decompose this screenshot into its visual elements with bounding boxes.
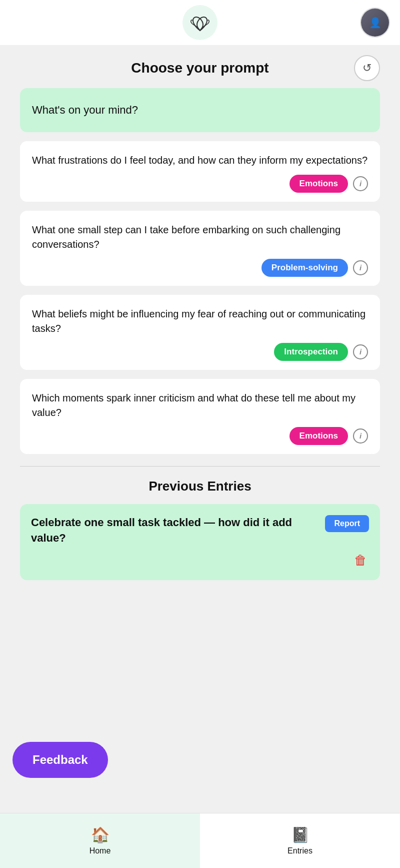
prompt-footer-1: Emotions i <box>32 175 368 193</box>
page-title: Choose your prompt <box>131 60 268 76</box>
prompt-footer-3: Introspection i <box>32 343 368 361</box>
prompt-text-4: Which moments spark inner criticism and … <box>32 391 368 420</box>
tag-introspection-3[interactable]: Introspection <box>274 343 348 361</box>
prompt-card-2[interactable]: What one small step can I take before em… <box>20 211 380 286</box>
delete-icon-1: 🗑 <box>354 553 367 568</box>
info-icon-1[interactable]: i <box>353 176 368 191</box>
info-icon-2[interactable]: i <box>353 260 368 275</box>
prompt-footer-2: Problem-solving i <box>32 259 368 277</box>
bottom-nav: 🏠 Home 📓 Entries <box>0 813 400 868</box>
home-icon: 🏠 <box>91 826 110 843</box>
prompt-text-0: What's on your mind? <box>32 104 138 116</box>
prompt-footer-4: Emotions i <box>32 427 368 445</box>
prompt-card-3[interactable]: What beliefs might be influencing my fea… <box>20 295 380 370</box>
nav-item-home[interactable]: 🏠 Home <box>0 813 200 868</box>
entries-icon: 📓 <box>291 826 310 843</box>
prompt-text-3: What beliefs might be influencing my fea… <box>32 307 368 336</box>
entry-header-1: Celebrate one small task tackled — how d… <box>31 515 369 546</box>
avatar-image: 👤 <box>361 9 389 37</box>
feedback-button[interactable]: Feedback <box>12 742 108 778</box>
report-button-1[interactable]: Report <box>325 515 369 532</box>
title-row: Choose your prompt ↺ <box>20 60 380 76</box>
nav-label-home: Home <box>90 846 111 855</box>
prompt-card-highlighted[interactable]: What's on your mind? <box>20 88 380 132</box>
nav-item-entries[interactable]: 📓 Entries <box>200 813 400 868</box>
avatar[interactable]: 👤 <box>360 8 390 38</box>
entry-title-1: Celebrate one small task tackled — how d… <box>31 515 325 546</box>
info-icon-4[interactable]: i <box>353 428 368 444</box>
nav-label-entries: Entries <box>288 846 312 855</box>
prompt-text-1: What frustrations do I feel today, and h… <box>32 153 368 168</box>
section-divider <box>20 466 380 467</box>
prompt-text-2: What one small step can I take before em… <box>32 223 368 252</box>
entry-card-1: Celebrate one small task tackled — how d… <box>20 504 380 581</box>
main-content: Choose your prompt ↺ What's on your mind… <box>0 45 400 597</box>
logo <box>182 5 218 40</box>
tag-emotions-1[interactable]: Emotions <box>290 175 348 193</box>
tag-emotions-4[interactable]: Emotions <box>290 427 348 445</box>
prompt-card-4[interactable]: Which moments spark inner criticism and … <box>20 379 380 454</box>
refresh-button[interactable]: ↺ <box>354 55 380 81</box>
prompt-card-1[interactable]: What frustrations do I feel today, and h… <box>20 141 380 202</box>
lotus-icon <box>189 12 211 34</box>
tag-problem-solving-2[interactable]: Problem-solving <box>262 259 348 277</box>
delete-button-1[interactable]: 🗑 <box>352 551 369 570</box>
entry-actions-1: 🗑 <box>31 551 369 570</box>
info-icon-3[interactable]: i <box>353 344 368 359</box>
header: 👤 <box>0 0 400 45</box>
previous-entries-title: Previous Entries <box>20 479 380 494</box>
